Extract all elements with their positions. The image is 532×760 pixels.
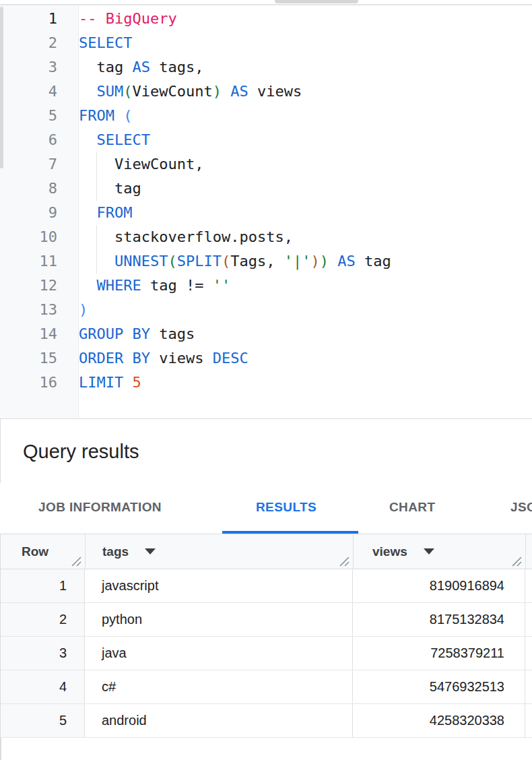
row-spacer-cell (525, 670, 532, 703)
page-title: Query results (23, 440, 139, 462)
code-text: ViewCount, (79, 152, 203, 177)
tags-cell[interactable]: c# (85, 670, 353, 703)
row-number-cell: 5 (1, 704, 85, 737)
line-number: 14 (0, 322, 57, 346)
column-label-row: Row (22, 544, 48, 559)
query-results-header: Query results (0, 419, 532, 483)
code-line[interactable]: 10 stackoverflow.posts, (0, 225, 532, 249)
column-resize-handle[interactable] (511, 557, 522, 567)
code-line[interactable]: 8 tag (0, 177, 532, 201)
line-number: 13 (0, 298, 57, 322)
table-row: 2python8175132834 (1, 603, 532, 637)
code-line[interactable]: 16LIMIT 5 (0, 371, 532, 395)
tab-results[interactable]: RESULTS (256, 483, 317, 532)
line-number: 6 (0, 128, 57, 152)
code-line[interactable]: 1-- BigQuery (0, 7, 532, 31)
views-cell[interactable]: 7258379211 (353, 637, 525, 670)
code-text: UNNEST(SPLIT(Tags, '|')) AS tag (79, 249, 391, 274)
views-cell[interactable]: 8175132834 (353, 603, 525, 636)
line-number: 7 (0, 152, 57, 177)
column-label-views: views (372, 544, 407, 559)
line-number: 11 (0, 249, 57, 274)
row-spacer-cell (525, 637, 532, 670)
line-number: 2 (0, 31, 57, 55)
column-header-views[interactable]: views (353, 534, 525, 569)
tab-chart[interactable]: CHART (389, 483, 436, 532)
table-row: 5android4258320338 (1, 704, 532, 738)
line-number: 5 (0, 104, 57, 128)
code-text: ) (79, 298, 88, 322)
code-line[interactable]: 5FROM ( (0, 104, 532, 128)
row-number-cell: 2 (1, 603, 85, 636)
views-cell[interactable]: 4258320338 (353, 704, 525, 737)
line-number: 4 (0, 80, 57, 104)
code-text: FROM (79, 201, 132, 225)
tags-cell[interactable]: javascript (85, 569, 353, 602)
code-line[interactable]: 14GROUP BY tags (0, 322, 532, 346)
code-text: SELECT (79, 31, 132, 55)
line-number: 1 (0, 7, 57, 31)
column-label-tags: tags (102, 544, 129, 559)
row-spacer-cell (525, 569, 532, 602)
code-text: stackoverflow.posts, (79, 225, 293, 249)
code-text: LIMIT 5 (79, 371, 141, 395)
line-number: 16 (0, 371, 57, 395)
active-tab-indicator (222, 531, 358, 534)
indent-guide (96, 152, 97, 201)
code-text: GROUP BY tags (79, 322, 195, 346)
column-header-tags[interactable]: tags (85, 534, 353, 569)
code-text: WHERE tag != '' (79, 274, 230, 298)
code-line[interactable]: 7 ViewCount, (0, 152, 532, 177)
sql-editor[interactable]: 1-- BigQuery2SELECT3 tag AS tags,4 SUM(V… (0, 0, 532, 419)
code-line[interactable]: 6 SELECT (0, 128, 532, 152)
table-header-row: Row tags views (1, 534, 532, 569)
row-spacer-cell (525, 603, 532, 636)
line-number: 10 (0, 225, 57, 249)
line-number: 8 (0, 177, 57, 201)
code-text: SUM(ViewCount) AS views (79, 80, 302, 104)
code-line[interactable]: 15ORDER BY views DESC (0, 346, 532, 371)
row-number-cell: 4 (1, 670, 85, 703)
column-menu-caret-icon[interactable] (424, 548, 434, 555)
column-menu-caret-icon[interactable] (145, 548, 156, 555)
code-line[interactable]: 11 UNNEST(SPLIT(Tags, '|')) AS tag (0, 249, 532, 274)
code-line[interactable]: 3 tag AS tags, (0, 55, 532, 80)
code-line[interactable]: 2SELECT (0, 31, 532, 55)
code-line[interactable]: 13) (0, 298, 532, 322)
code-text: FROM ( (79, 104, 132, 128)
column-header-spacer (525, 534, 532, 569)
tab-json[interactable]: JSON (510, 483, 532, 532)
line-number: 9 (0, 201, 57, 225)
editor-top-divider (0, 4, 532, 5)
column-resize-handle[interactable] (71, 557, 81, 567)
indent-guide (96, 225, 97, 274)
horizontal-scrollbar-thumb[interactable] (275, 0, 358, 3)
tags-cell[interactable]: android (85, 704, 353, 737)
row-spacer-cell (525, 704, 532, 737)
line-number: 3 (0, 55, 57, 80)
column-header-row: Row (1, 534, 85, 569)
table-row: 3java7258379211 (1, 637, 532, 670)
column-resize-handle[interactable] (339, 557, 350, 567)
table-row: 4c#5476932513 (1, 670, 532, 704)
code-text: tag AS tags, (79, 55, 203, 80)
results-tab-bar: JOB INFORMATION RESULTS CHART JSON (0, 483, 532, 534)
tab-job-information[interactable]: JOB INFORMATION (38, 483, 162, 532)
code-text: tag (79, 177, 141, 201)
views-cell[interactable]: 5476932513 (353, 670, 525, 703)
line-number: 12 (0, 274, 57, 298)
tags-cell[interactable]: java (85, 637, 353, 670)
views-cell[interactable]: 8190916894 (353, 569, 525, 602)
code-line[interactable]: 4 SUM(ViewCount) AS views (0, 80, 532, 104)
row-number-cell: 1 (1, 569, 85, 602)
table-row: 1javascript8190916894 (1, 569, 532, 603)
code-text: -- BigQuery (79, 7, 177, 31)
tags-cell[interactable]: python (85, 603, 353, 636)
row-number-cell: 3 (1, 637, 85, 670)
results-table: Row tags views 1javascript81909168942pyt… (0, 534, 532, 738)
line-number: 15 (0, 346, 57, 371)
panel-left-edge (0, 738, 1, 760)
code-lines: 1-- BigQuery2SELECT3 tag AS tags,4 SUM(V… (0, 7, 532, 395)
code-line[interactable]: 9 FROM (0, 201, 532, 225)
code-line[interactable]: 12 WHERE tag != '' (0, 274, 532, 298)
